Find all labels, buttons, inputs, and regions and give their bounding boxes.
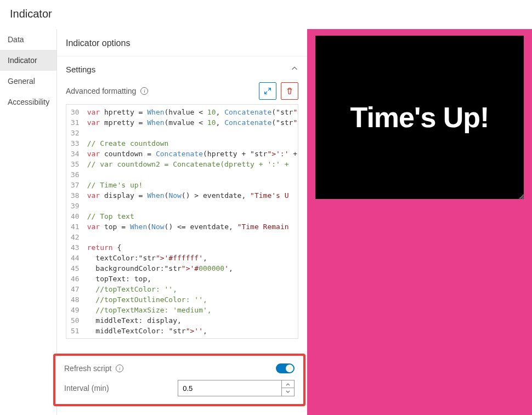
refresh-script-label: Refresh script xyxy=(64,364,111,373)
sidebar: Data Indicator General Accessibility xyxy=(0,29,57,415)
indicator-options-header: Indicator options xyxy=(57,29,307,56)
refresh-script-section: Refresh script i Interval (min) xyxy=(53,354,305,406)
chevron-up-icon xyxy=(291,65,298,74)
sidebar-item-general[interactable]: General xyxy=(0,71,56,92)
interval-step-up[interactable] xyxy=(282,380,294,388)
interval-input-wrap xyxy=(178,380,295,396)
page-title: Indicator xyxy=(0,0,532,29)
expand-button[interactable] xyxy=(259,82,276,100)
interval-label: Interval (min) xyxy=(64,384,167,393)
settings-label: Settings xyxy=(66,65,95,74)
info-icon[interactable]: i xyxy=(116,365,123,372)
advanced-formatting-label: Advanced formatting xyxy=(66,87,136,95)
delete-button[interactable] xyxy=(281,82,298,100)
settings-section-header[interactable]: Settings xyxy=(57,56,307,81)
refresh-toggle[interactable] xyxy=(276,363,295,373)
code-lines[interactable]: var hpretty = When(hvalue < 10, Concaten… xyxy=(85,105,298,338)
sidebar-item-accessibility[interactable]: Accessibility xyxy=(0,92,56,112)
preview-panel: Time's Up! xyxy=(307,29,532,415)
code-gutter: 3031323334353637383940414243444546474849… xyxy=(66,105,85,338)
preview-text: Time's Up! xyxy=(350,101,489,134)
indicator-preview: Time's Up! xyxy=(315,36,524,199)
interval-input[interactable] xyxy=(178,380,281,396)
info-icon[interactable]: i xyxy=(140,87,148,95)
interval-step-down[interactable] xyxy=(282,388,294,396)
sidebar-item-data[interactable]: Data xyxy=(0,29,56,50)
sidebar-item-indicator[interactable]: Indicator xyxy=(0,50,56,71)
code-editor[interactable]: 3031323334353637383940414243444546474849… xyxy=(66,104,298,339)
